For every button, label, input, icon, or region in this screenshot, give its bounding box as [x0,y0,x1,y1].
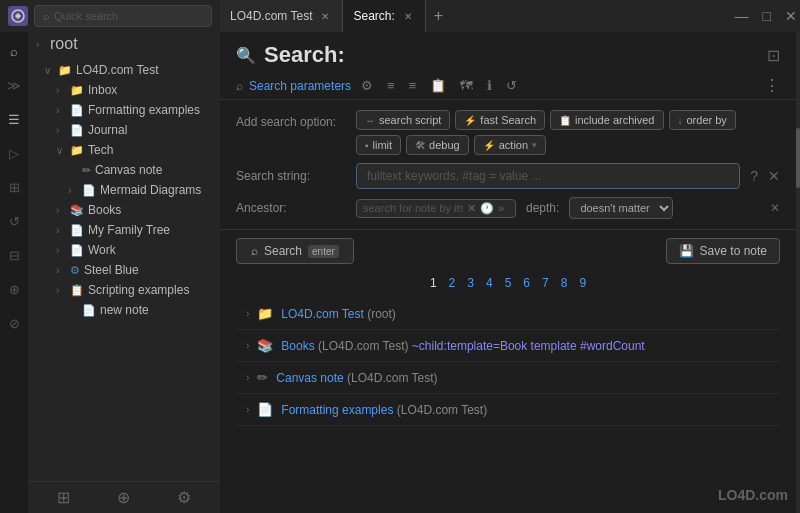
canvas-icon: ✏ [82,164,91,177]
toolbar-copy-icon[interactable]: 📋 [426,76,450,95]
sidebar-bottom-settings[interactable]: ⚙ [177,488,191,507]
toolbar-more-icon[interactable]: ⋮ [764,76,780,95]
quick-search-box[interactable]: ⌕ Quick search [34,5,212,27]
limit-icon: ▪ [365,140,369,151]
toolbar-info-icon[interactable]: ℹ [483,76,496,95]
sidebar-nav-grid[interactable]: ⊞ [3,176,25,198]
formatting-icon: 📄 [70,104,84,117]
right-scrollbar[interactable] [796,32,800,513]
page-5[interactable]: 5 [500,274,517,292]
tree-item-canvas[interactable]: ✏ Canvas note [28,160,220,180]
tree-item-scripting[interactable]: › 📋 Scripting examples [28,280,220,300]
result-link-3[interactable]: Canvas note [276,371,343,385]
option-action[interactable]: ⚡ action ▾ [474,135,546,155]
page-3[interactable]: 3 [462,274,479,292]
sidebar-bottom-layers[interactable]: ⊞ [57,488,70,507]
page-7[interactable]: 7 [537,274,554,292]
sidebar-nav-tree[interactable]: ☰ [3,108,25,130]
page-8[interactable]: 8 [556,274,573,292]
page-6[interactable]: 6 [518,274,535,292]
sidebar-nav-search[interactable]: ⌕ [3,40,25,62]
save-label: Save to note [700,244,767,258]
toolbar-map-icon[interactable]: 🗺 [456,76,477,95]
search-parameters-label[interactable]: Search parameters [249,79,351,93]
tree-item-mermaid[interactable]: › 📄 Mermaid Diagrams [28,180,220,200]
result-text-4: Formatting examples (LO4D.com Test) [281,403,487,417]
sidebar-nav-history[interactable]: ↺ [3,210,25,232]
minimize-button[interactable]: — [732,8,752,24]
option-fast-search[interactable]: ⚡ fast Search [455,110,545,130]
toolbar-filter-icon[interactable]: ⚙ [357,76,377,95]
tree-item-journal[interactable]: › 📄 Journal [28,120,220,140]
ancestor-navigate-icon[interactable]: » [498,202,504,214]
result-item-formatting[interactable]: › 📄 Formatting examples (LO4D.com Test) [236,394,780,426]
tree-root[interactable]: › root [28,32,220,56]
result-text-1: LO4D.com Test (root) [281,307,396,321]
search-clear-icon[interactable]: ✕ [768,168,780,184]
option-buttons: ↔ search script ⚡ fast Search 📋 include … [356,110,780,155]
search-button[interactable]: ⌕ Search enter [236,238,354,264]
root-label: root [50,35,78,53]
result-item-lo4d[interactable]: › 📁 LO4D.com Test (root) [236,298,780,330]
tree-item-tech[interactable]: ∨ 📁 Tech [28,140,220,160]
toolbar-list-icon[interactable]: ≡ [383,76,399,95]
page-9[interactable]: 9 [574,274,591,292]
ancestor-row: Ancestor: ✕ 🕐 » depth: doesn't matter 1 … [236,197,780,219]
page-4[interactable]: 4 [481,274,498,292]
debug-icon: 🛠 [415,140,425,151]
inbox-label: Inbox [88,83,117,97]
result-item-canvas[interactable]: › ✏ Canvas note (LO4D.com Test) [236,362,780,394]
tab-lo4d-close[interactable]: ✕ [318,10,332,23]
tree-item-inbox[interactable]: › 📁 Inbox [28,80,220,100]
page-1[interactable]: 1 [425,274,442,292]
save-to-note-button[interactable]: 💾 Save to note [666,238,780,264]
expand-panel-button[interactable]: ⊡ [767,46,780,65]
sidebar-nav-play[interactable]: ▷ [3,142,25,164]
option-search-script[interactable]: ↔ search script [356,110,450,130]
tab-add-button[interactable]: + [426,7,451,25]
search-title: Search: [264,42,345,68]
option-debug[interactable]: 🛠 debug [406,135,469,155]
result-item-books[interactable]: › 📚 Books (LO4D.com Test) ~child:templat… [236,330,780,362]
add-option-label: Add search option: [236,110,346,129]
search-help-icon[interactable]: ? [750,168,758,184]
root-chevron: › [36,39,46,50]
search-script-icon: ↔ [365,115,375,126]
tree-item-steel-blue[interactable]: › ⚙ Steel Blue [28,260,220,280]
option-include-archived[interactable]: 📋 include archived [550,110,664,130]
tree-item-lo4d[interactable]: ∨ 📁 LO4D.com Test [28,60,220,80]
result-meta-1: (root) [367,307,396,321]
tab-search[interactable]: Search: ✕ [343,0,425,32]
journal-icon: 📄 [70,124,84,137]
depth-select[interactable]: doesn't matter 1 2 3 4 5 [569,197,673,219]
ancestor-clear-icon[interactable]: ✕ [467,202,476,215]
tree-item-work[interactable]: › 📄 Work [28,240,220,260]
result-link-4[interactable]: Formatting examples [281,403,393,417]
tree-item-family-tree[interactable]: › 📄 My Family Tree [28,220,220,240]
search-string-input[interactable] [356,163,740,189]
close-button[interactable]: ✕ [782,8,800,24]
ancestor-input[interactable] [363,202,463,214]
option-limit[interactable]: ▪ limit [356,135,401,155]
sidebar-nav-export[interactable]: ⊘ [3,312,25,334]
tab-lo4d[interactable]: LO4D.com Test ✕ [220,0,343,32]
sidebar-nav-add[interactable]: ⊕ [3,278,25,300]
page-2[interactable]: 2 [444,274,461,292]
sidebar-nav-expand[interactable]: ≫ [3,74,25,96]
toolbar-history-icon[interactable]: ↺ [502,76,521,95]
sidebar-nav-calendar[interactable]: ⊟ [3,244,25,266]
toolbar-align-icon[interactable]: ≡ [405,76,421,95]
option-order-by[interactable]: ↓ order by [669,110,736,130]
tree-item-books[interactable]: › 📚 Books [28,200,220,220]
tree-item-new-note[interactable]: 📄 new note [28,300,220,320]
maximize-button[interactable]: □ [760,8,774,24]
search-parameters-icon[interactable]: ⌕ [236,79,243,93]
ancestor-row-close[interactable]: ✕ [770,201,780,215]
sidebar-bottom-add[interactable]: ⊕ [117,488,130,507]
ancestor-clock-icon[interactable]: 🕐 [480,202,494,215]
result-link-2[interactable]: Books [281,339,314,353]
tab-search-close[interactable]: ✕ [401,10,415,23]
sidebar-bottom: ⊞ ⊕ ⚙ [28,481,220,513]
result-link-1[interactable]: LO4D.com Test [281,307,363,321]
tree-item-formatting[interactable]: › 📄 Formatting examples [28,100,220,120]
